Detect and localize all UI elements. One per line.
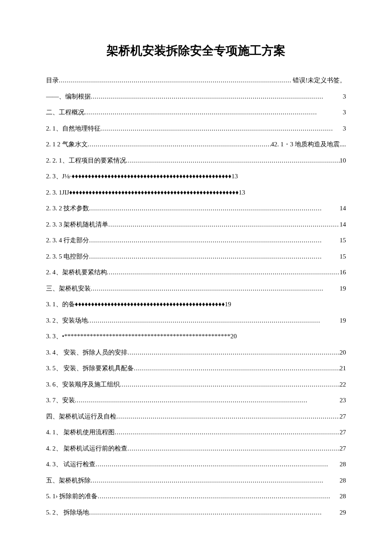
toc-entry: 3. 1、的备♦♦♦♦♦♦♦♦♦♦♦♦♦♦♦♦♦♦♦♦♦♦♦♦♦♦♦♦♦♦♦♦♦… [46,296,346,313]
toc-entry-label: 3. 6、安装顺序及施工组织 [46,377,120,393]
toc-entry: 目录错误!未定义书签。 [46,73,346,89]
toc-leader-dots [127,345,340,361]
toc-leader-dots [88,137,271,153]
toc-entry: 2. 1、自然地理特征 3 [46,121,346,137]
table-of-contents: 目录错误!未定义书签。——、编制根据3二、工程概况32. 1、自然地理特征 32… [46,73,346,520]
toc-entry: ——、编制根据3 [46,89,346,105]
toc-entry-label: 5. 2、 拆除场地 [46,505,89,521]
toc-entry-page: 20 [231,328,237,345]
toc-entry: 5. 1› 拆除前的准备 28 [46,488,346,505]
toc-entry-page: 19 [340,313,346,329]
toc-entry-label: 2. 3. 3 架桥机随机清单 [46,217,108,233]
toc-leader-dots [89,505,340,521]
toc-entry-label: 二、工程概况 [46,105,84,121]
toc-entry-label: 目录 [46,73,59,89]
toc-entry: 3. 2、安装场地 19 [46,313,346,329]
toc-leader-dots [88,313,340,329]
toc-leader-diamonds: ♦♦♦♦♦♦♦♦♦♦♦♦♦♦♦♦♦♦♦♦♦♦♦♦♦♦♦♦♦♦♦♦♦♦♦♦♦♦♦♦… [72,169,231,185]
toc-entry: 3. 6、安装顺序及施工组织 22 [46,377,346,393]
toc-entry-label: 2. 3、J¹⁄₈∙ [46,169,72,185]
toc-entry: 2. 3. 4 行走部分15 [46,232,346,249]
toc-entry-label: 三、架桥机安装 [46,281,91,297]
toc-entry-label: 3. 7、安装 [46,392,75,409]
toc-leader-dots [89,232,340,249]
toc-entry-page: 27 [340,409,346,425]
toc-entry-label: 3. 3、• [46,328,64,345]
toc-entry: 2. 3. 5 电控部分15 [46,249,346,265]
toc-entry: 3. 4、 安装、拆除人员的安排20 [46,345,346,361]
toc-leader-dots [108,217,340,233]
toc-entry-label: 3. 2、安装场地 [46,313,88,329]
toc-entry: 三、架桥机安装19 [46,281,346,297]
toc-entry-page: 27 [340,441,346,457]
toc-leader-dots [127,441,340,457]
toc-entry: 3. 5、 安装、拆除要紧机具配备21 [46,360,346,377]
toc-leader-diamonds: ♦♦♦♦♦♦♦♦♦♦♦♦♦♦♦♦♦♦♦♦♦♦♦♦♦♦♦♦♦♦♦♦♦♦♦♦♦♦♦♦… [69,185,239,201]
toc-entry: 4. 3、 试运行检查28 [46,456,346,473]
toc-leader-dots [116,409,340,425]
toc-entry: 2. 2. 1、工程项目的要紧情况 10 [46,153,346,169]
toc-entry-page: 错误!未定义书签。 [293,73,346,89]
toc-entry-label: 2. 2. 1、工程项目的要紧情况 [46,153,126,169]
toc-leader-dots [95,456,340,473]
toc-leader-dots [107,264,340,281]
toc-entry-label: 2. 1、自然地理特征 [46,121,101,137]
toc-entry: 3. 3、•**********************************… [46,328,346,345]
toc-leader-dots [89,249,340,265]
toc-entry-label: 3. 5、 安装、拆除要紧机具配备 [46,360,134,377]
toc-leader-asterisks: ****************************************… [64,328,231,345]
toc-entry-label: 四、架桥机试运行及自检 [46,409,116,425]
toc-entry-label: 4. 3、 试运行检查 [46,456,95,473]
toc-leader-dots [101,121,343,137]
toc-entry-page: 15 [340,232,346,249]
toc-entry-page: 3 [343,121,346,137]
toc-entry: 2. 1 2 气象水文42. 1・3 地质构造及地震.... [46,137,346,153]
toc-entry-page: 13 [231,169,238,185]
toc-entry-label: 2. 3. 5 电控部分 [46,249,89,265]
toc-entry: 2. 3、J¹⁄₈∙♦♦♦♦♦♦♦♦♦♦♦♦♦♦♦♦♦♦♦♦♦♦♦♦♦♦♦♦♦♦… [46,169,346,185]
toc-entry-page: 29 [340,505,346,521]
toc-entry-page: 19 [225,296,231,313]
toc-leader-dots [59,73,293,89]
toc-leader-dots [120,377,340,393]
toc-leader-diamonds: ♦♦♦♦♦♦♦♦♦♦♦♦♦♦♦♦♦♦♦♦♦♦♦♦♦♦♦♦♦♦♦♦♦♦♦♦♦♦♦♦… [75,296,225,313]
toc-entry-page: 13 [239,185,245,201]
toc-entry-label: 3. 4、 安装、拆除人员的安排 [46,345,127,361]
toc-entry-page: 27 [340,424,346,441]
toc-entry: 2. 3. 1JIJ♦♦♦♦♦♦♦♦♦♦♦♦♦♦♦♦♦♦♦♦♦♦♦♦♦♦♦♦♦♦… [46,185,346,201]
toc-entry: 2. 3. 3 架桥机随机清单14 [46,217,346,233]
toc-entry-page: 16 [340,264,346,281]
toc-leader-dots [89,200,340,217]
toc-entry: 5. 2、 拆除场地29 [46,505,346,521]
toc-entry-label: 5. 1› 拆除前的准备 [46,488,98,505]
toc-leader-dots [75,392,340,409]
toc-entry-page: 10 [340,153,346,169]
toc-leader-dots [98,488,340,505]
toc-entry: 四、架桥机试运行及自检27 [46,409,346,425]
toc-entry-page: 28 [340,473,346,489]
toc-entry-label: 五、架桥机拆除 [46,473,91,489]
toc-entry-page: 3 [343,89,346,105]
toc-entry-page: 3 [343,105,346,121]
toc-entry-label: 2. 3. 2 技术参数 [46,200,89,217]
toc-entry-page: 23 [340,392,346,409]
toc-entry-page: 28 [340,488,346,505]
toc-entry-label: 2. 1 2 气象水文 [46,137,88,153]
toc-entry-page: 22 [340,377,346,393]
toc-entry: 五、架桥机拆除28 [46,473,346,489]
toc-entry-label: 2. 3. 4 行走部分 [46,232,89,249]
toc-entry-page: 21 [340,360,346,377]
toc-entry-page: 20 [340,345,346,361]
toc-entry: 2. 4、架桥机要紧结构16 [46,264,346,281]
toc-entry-page: 19 [340,281,346,297]
toc-entry-page: 28 [340,456,346,473]
toc-leader-dots [134,360,340,377]
toc-entry-page: 42. 1・3 地质构造及地震.... [271,137,346,153]
toc-leader-dots [115,424,340,441]
toc-leader-dots [91,281,340,297]
toc-entry: 二、工程概况3 [46,105,346,121]
page-title: 架桥机安装拆除安全专项施工方案 [46,43,346,59]
toc-entry: 4. 2、 架桥机试运行前的检查27 [46,441,346,457]
toc-entry-label: 4. 2、 架桥机试运行前的检查 [46,441,127,457]
toc-entry: 4. 1、 架桥机使用流程图27 [46,424,346,441]
